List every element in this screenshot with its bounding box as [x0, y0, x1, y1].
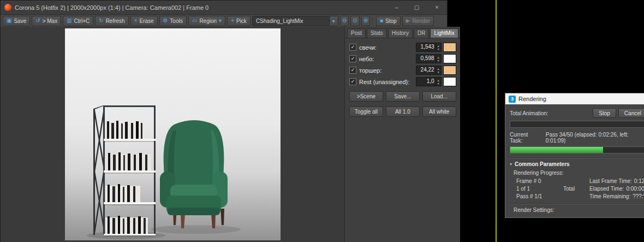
3dsmax-icon: 3 — [509, 96, 516, 103]
lightmix-panel: ✓ свечи: 1,543 ▲ ▼ ✓ небо: — [345, 38, 460, 117]
color-swatch[interactable] — [443, 54, 456, 63]
save-icon: ▣ — [7, 18, 11, 23]
side-panel: Post Stats History DR LightMix ✓ свечи: … — [344, 27, 460, 242]
render-canvas[interactable] — [1, 27, 344, 242]
scene-button[interactable]: >Scene — [349, 91, 383, 102]
zoom-in-icon: ⊕ — [363, 18, 368, 23]
tools-label: Tools — [170, 18, 183, 24]
region-button[interactable]: ▭ Region ▾ — [188, 16, 225, 26]
checkbox[interactable]: ✓ — [349, 44, 356, 51]
intensity-input[interactable]: 24,22 ▲ ▼ — [416, 66, 442, 75]
maximize-button[interactable]: ▢ — [407, 1, 427, 14]
pick-button[interactable]: + Pick — [227, 16, 251, 26]
time-remaining-value: ???:??:?? — [633, 193, 644, 199]
color-swatch[interactable] — [443, 43, 456, 52]
color-swatch[interactable] — [443, 66, 456, 75]
all-white-button[interactable]: All white — [422, 107, 456, 117]
last-frame-time-label: Last Frame Time: — [589, 178, 632, 184]
rendering-dialog-titlebar[interactable]: 3 Rendering — [505, 93, 644, 104]
intensity-input[interactable]: 1,543 ▲ ▼ — [416, 43, 442, 52]
pass-value: 1/1 — [534, 193, 542, 199]
books-row — [105, 216, 148, 234]
vfb-main: Post Stats History DR LightMix ✓ свечи: … — [1, 27, 446, 242]
window-controls: – ▢ × — [386, 1, 447, 14]
spinner-down-icon[interactable]: ▼ — [436, 82, 441, 85]
tab-stats[interactable]: Stats — [367, 28, 387, 38]
books-row — [105, 184, 140, 202]
spinner-arrows[interactable]: ▲ ▼ — [436, 78, 441, 86]
erase-button[interactable]: × Erase — [130, 16, 158, 26]
dialog-cancel-button[interactable]: Cancel — [618, 108, 644, 118]
rendering-dialog-title: Rendering — [518, 96, 546, 102]
spinner-down-icon[interactable]: ▼ — [436, 70, 441, 74]
copy-button[interactable]: ▥ Ctrl+C — [63, 16, 93, 26]
total-animation-row: Total Animation: Stop Cancel — [510, 108, 644, 118]
refresh-button[interactable]: ↻ Refresh — [95, 16, 128, 26]
intensity-value: 0,598 — [416, 55, 436, 63]
chevron-down-icon: ▾ — [219, 18, 222, 23]
desktop: Corona 5 (Hotfix 2) | 2000x2000px (1:4) … — [0, 0, 644, 242]
current-task-progressbar — [510, 146, 644, 154]
close-button[interactable]: × — [427, 1, 447, 14]
render-button[interactable]: ▶ Render — [402, 16, 434, 26]
spinner-arrows[interactable]: ▲ ▼ — [436, 55, 441, 63]
checkbox[interactable]: ✓ — [349, 67, 356, 74]
current-task-row: Current Task: Pass 34/50 (elapsed: 0:02:… — [510, 132, 644, 144]
spinner-arrows[interactable]: ▲ ▼ — [436, 43, 441, 51]
dialog-stop-button[interactable]: Stop — [593, 108, 616, 118]
titlebar[interactable]: Corona 5 (Hotfix 2) | 2000x2000px (1:4) … — [1, 1, 447, 15]
chevron-down-icon[interactable]: ▾ — [329, 16, 338, 26]
intensity-input[interactable]: 0,598 ▲ ▼ — [416, 54, 442, 63]
layer-label: торшер: — [359, 67, 381, 74]
layer-label: свечи: — [359, 44, 377, 51]
spinner-down-icon[interactable]: ▼ — [436, 59, 441, 62]
corona-logo-icon — [4, 4, 11, 11]
lightmix-row: ✓ торшер: 24,22 ▲ ▼ — [349, 66, 456, 75]
current-task-progress-fill — [510, 147, 603, 153]
pick-label: Pick — [236, 18, 247, 24]
corona-vfb-window: Corona 5 (Hotfix 2) | 2000x2000px (1:4) … — [0, 0, 448, 242]
books-row — [105, 152, 151, 170]
tab-history[interactable]: History — [388, 28, 413, 38]
toolbar-separator — [373, 17, 373, 25]
zoom-out-icon: ⊖ — [342, 18, 347, 23]
shading-dropdown[interactable]: CShading_LightMix ▾ — [252, 16, 338, 26]
tab-post[interactable]: Post — [347, 28, 366, 38]
rollout-arrow-icon: ▾ — [510, 162, 512, 167]
checkbox[interactable]: ✓ — [349, 55, 356, 62]
zoom-in-button[interactable]: ⊕ — [361, 16, 370, 26]
minimize-button[interactable]: – — [386, 1, 407, 14]
zoom-fit-icon: ⊙ — [353, 18, 357, 23]
time-remaining-label: Time Remaining: — [589, 193, 630, 199]
render-settings-label: Render Settings: — [514, 207, 644, 213]
color-swatch[interactable] — [443, 77, 456, 86]
erase-label: Erase — [139, 18, 153, 24]
save-button[interactable]: ▣ Save — [3, 16, 30, 26]
total-row: 1 of 1 Total Elapsed Time: 0:00:00 — [516, 186, 637, 192]
zoom-out-button[interactable]: ⊖ — [340, 16, 349, 26]
toggle-all-button[interactable]: Toggle all — [349, 107, 383, 117]
erase-icon: × — [134, 18, 138, 23]
to-max-button[interactable]: ↺ > Max — [32, 16, 61, 26]
rendering-dialog-body: Total Animation: Stop Cancel Current Tas… — [505, 104, 644, 217]
all-one-button[interactable]: All 1.0 — [386, 107, 420, 117]
last-frame-time-value: 0:12:56 — [634, 178, 644, 184]
viewport-edge — [496, 0, 497, 242]
stop-render-button[interactable]: ■ Stop — [376, 16, 401, 26]
zoom-fit-button[interactable]: ⊙ — [350, 16, 359, 26]
render-label: Render — [412, 18, 430, 24]
save-lightmix-button[interactable]: Save... — [386, 91, 420, 102]
to-max-label: > Max — [43, 18, 58, 24]
tab-lightmix[interactable]: LightMix — [430, 28, 458, 38]
common-parameters-rollout[interactable]: ▾ Common Parameters — [510, 161, 644, 167]
spinner-arrows[interactable]: ▲ ▼ — [436, 66, 441, 74]
region-icon: ▭ — [192, 18, 197, 23]
tools-button[interactable]: ⚙ Tools — [159, 16, 187, 26]
load-lightmix-button[interactable]: Load... — [422, 91, 456, 102]
armchair — [160, 120, 228, 228]
spinner-down-icon[interactable]: ▼ — [436, 48, 441, 51]
intensity-input[interactable]: 1,0 ▲ ▼ — [416, 77, 442, 86]
checkbox[interactable]: ✓ — [349, 78, 356, 85]
tab-dr[interactable]: DR — [414, 28, 429, 38]
copy-label: Ctrl+C — [74, 18, 90, 24]
